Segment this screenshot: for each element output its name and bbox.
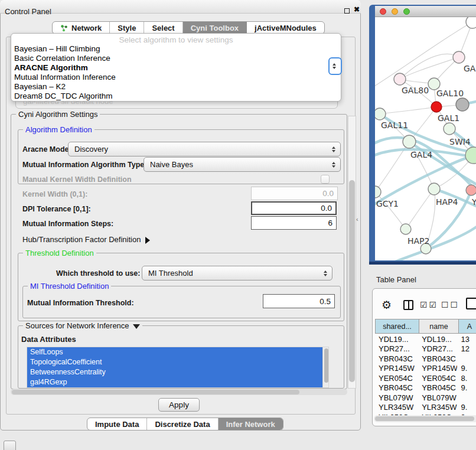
gear-icon[interactable]: ⚙ [382,298,392,311]
tab-style[interactable]: Style [110,22,144,34]
collapse-down-icon [133,324,140,329]
tab-network[interactable]: Network [53,22,110,34]
column-header[interactable]: shared... [375,319,419,334]
close-icon[interactable]: ✖ [354,5,360,14]
popup-item-basic-correlation[interactable]: Basic Correlation Inference [14,54,110,63]
table-body: YDL19...YDL19...13YDR27...YDR27...12YBR0… [375,334,476,415]
table-horizontal-scrollbar[interactable] [374,415,476,422]
scrollbar-thumb[interactable] [349,180,355,382]
cyni-settings-group-title: Cyni Algorithm Settings [16,110,100,119]
network-node[interactable] [456,98,469,111]
select-all-checkboxes-icon[interactable]: ☑☑ [420,300,438,309]
tab-jactivemnodules-label: jActiveMNodules [255,24,317,32]
node-label: HAP2 [407,236,429,246]
network-node[interactable] [394,73,406,85]
hub-definition-toggle[interactable]: Hub/Transcription Factor Definition [22,235,150,244]
network-node[interactable] [453,51,465,63]
network-canvas[interactable]: GAL8GAL80GAL10GAL1GAL11SWI4GAL4GCY1HAP4Y… [375,17,476,260]
tab-infer-network[interactable]: Infer Network [219,418,283,430]
control-panel-titlebar[interactable] [0,0,361,14]
which-threshold-combobox[interactable]: MI Threshold [142,266,332,281]
data-attributes-label: Data Attributes [21,335,76,344]
new-table-page-icon[interactable] [466,298,476,309]
attribute-list-item[interactable]: TopologicalCoefficient [27,357,322,367]
aracne-mode-combobox[interactable]: Discovery [68,142,341,156]
split-columns-icon[interactable] [403,300,413,310]
attribute-list-item[interactable]: gal4RGexp [27,377,322,387]
mac-zoom-icon[interactable] [403,8,410,15]
network-node[interactable] [466,17,476,28]
which-threshold-value: MI Threshold [148,269,193,278]
column-header[interactable]: A [458,319,476,334]
table-cell: 9. [457,364,476,373]
tab-impute-data[interactable]: Impute Data [87,418,147,430]
tab-cyni-toolbox[interactable]: Cyni Toolbox [183,22,247,34]
table-row[interactable]: YBR043CYBR043C [375,354,476,364]
network-node[interactable] [375,108,386,120]
table-cell: 9. [457,403,476,412]
tab-jactivemnodules[interactable]: jActiveMNodules [247,22,324,34]
tab-discretize-data[interactable]: Discretize Data [147,418,218,430]
table-row[interactable]: YDL19...YDL19...13 [375,334,476,344]
node-label: SWI4 [449,137,471,146]
mac-minimize-icon[interactable] [392,8,398,15]
mi-threshold-input[interactable]: 0.5 [263,294,335,308]
network-node[interactable] [465,147,476,164]
network-node[interactable] [375,186,381,198]
column-header[interactable]: name [419,319,458,334]
table-row[interactable]: YER054CYER054C8. [375,373,476,383]
network-node[interactable] [403,135,416,148]
network-node[interactable] [431,102,442,112]
popup-item-bayesian-hill-climbing[interactable]: Bayesian – Hill Climbing [14,44,100,53]
kernel-width-input[interactable]: 0.0 [251,187,338,200]
popup-item-bayesian-k2[interactable]: Bayesian – K2 [14,82,66,91]
apply-button[interactable]: Apply [158,398,200,412]
table-row[interactable]: YPR145WYPR145W9. [375,364,476,374]
popup-item-aracne[interactable]: ARACNE Algorithm [14,63,88,72]
mi-steps-input[interactable]: 6 [251,216,337,230]
table-row[interactable]: YDR27...YDR27...12 [375,344,476,354]
network-node[interactable] [428,78,440,90]
float-window-icon[interactable] [344,8,350,14]
manual-kernel-width-checkbox[interactable] [321,175,330,184]
attribute-list-item[interactable]: SelfLoops [27,347,322,357]
network-node[interactable] [466,185,476,195]
table-row[interactable]: YBR045CYBR045C9. [375,383,476,393]
node-label: GAL1 [438,113,459,123]
sources-group-title[interactable]: Sources for Network Inference [23,321,142,330]
table-cell: YLR345W [375,403,418,412]
table-cell: 13 [457,335,476,344]
network-node[interactable] [400,224,411,234]
node-label: GCY1 [376,199,399,208]
combobox-spinner-fragment[interactable] [328,57,342,75]
tab-cyni-toolbox-label: Cyni Toolbox [191,24,239,32]
tab-select[interactable]: Select [144,22,182,34]
table-cell: YBL079W [375,393,418,402]
popup-item-mutual-information[interactable]: Mutual Information Inference [14,73,116,81]
tab-discretize-data-label: Discretize Data [155,420,210,429]
dpi-tolerance-label: DPI Tolerance [0,1]: [22,205,91,213]
attribute-list-scrollbar[interactable] [322,347,329,387]
kernel-width-value: 0.0 [322,189,334,198]
dpi-tolerance-input[interactable]: 0.0 [251,201,337,215]
deselect-all-checkboxes-icon[interactable]: ☐☐ [441,300,459,309]
splitpane-collapse-icon[interactable]: ‹ [356,216,358,223]
network-node[interactable] [444,123,455,135]
minimized-panel-button[interactable] [4,441,16,450]
attribute-list-item[interactable]: BetweennessCentrality [27,367,322,377]
network-window-titlebar[interactable] [375,6,476,17]
table-cell: 9. [457,383,476,392]
spinner-arrows-icon [324,270,327,276]
table-row[interactable]: YLR345WYLR345W9. [375,403,476,413]
scrollbar-thumb[interactable] [375,416,474,421]
node-label: GAL11 [381,120,408,130]
mac-close-icon[interactable] [380,8,386,15]
network-node[interactable] [428,183,440,195]
scrollbar-thumb[interactable] [12,390,299,394]
scrollbar-thumb[interactable] [324,348,328,383]
popup-item-dream8[interactable]: Dream8 DC_TDC Algorithm [14,92,113,100]
mi-algorithm-type-combobox[interactable]: Naive Bayes [144,157,341,172]
table-row[interactable]: YBL079WYBL079W [375,393,476,403]
settings-horizontal-scrollbar[interactable] [11,389,347,395]
settings-vertical-scrollbar[interactable] [348,116,356,389]
